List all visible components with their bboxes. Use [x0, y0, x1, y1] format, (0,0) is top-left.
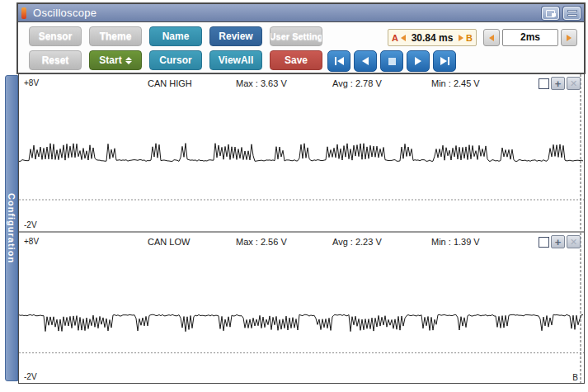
configuration-tab[interactable]: Configuration [5, 75, 18, 381]
ch1-max-value: Max : 3.63 V [236, 78, 287, 88]
window-title: Oscilloscope [33, 7, 96, 19]
ch2-name-label: CAN LOW [148, 237, 190, 247]
stop-button[interactable] [380, 50, 403, 72]
can-low-waveform [19, 233, 584, 383]
viewall-button[interactable]: ViewAll [209, 50, 262, 70]
ch2-top-voltage-label: +8V [24, 237, 39, 246]
ch1-add-button[interactable]: + [551, 77, 565, 90]
start-button[interactable]: Start [89, 50, 142, 70]
close-icon: ✕ [570, 79, 577, 88]
ch1-bottom-voltage-label: -2V [24, 220, 37, 229]
cursor-delta-time-value: 30.84 ms [408, 32, 456, 44]
channel-panel-can-high: +8V CAN HIGH Max : 3.63 V Avg : 2.78 V M… [19, 74, 584, 231]
ch2-max-value: Max : 2.56 V [236, 237, 287, 247]
cursor-b-marker: B [466, 33, 473, 43]
cursor-b-position-label: B [572, 373, 578, 382]
left-arrow-icon [489, 35, 494, 41]
cursor-a-arrow-icon [401, 35, 406, 41]
stop-icon [388, 58, 396, 65]
save-button[interactable]: Save [270, 50, 322, 70]
playback-controls [327, 50, 456, 72]
cursor-a-marker: A [392, 33, 398, 43]
cursor-button[interactable]: Cursor [149, 50, 202, 70]
ch2-select-checkbox[interactable] [539, 237, 549, 248]
cursor-b-arrow-icon [459, 35, 463, 41]
ch1-avg-value: Avg : 2.78 V [332, 78, 382, 88]
ch1-close-button[interactable]: ✕ [567, 77, 581, 90]
step-back-button[interactable] [354, 50, 377, 72]
ch2-avg-value: Avg : 2.23 V [332, 237, 382, 247]
channel-panels: +8V CAN HIGH Max : 3.63 V Avg : 2.78 V M… [18, 73, 585, 384]
ch2-min-value: Min : 1.39 V [431, 237, 480, 247]
ch1-top-voltage-label: +8V [24, 78, 39, 87]
stack-layout-icon [567, 10, 577, 12]
channel-panel-can-low: +8V CAN LOW Max : 2.56 V Avg : 2.23 V Mi… [19, 233, 584, 383]
close-icon: ✕ [570, 238, 577, 247]
skip-start-icon [335, 57, 336, 65]
oscilloscope-window: Oscilloscope Sensor Theme Name Review Us… [0, 0, 588, 392]
start-spinner-icon [125, 57, 132, 64]
window-stack-layout-button[interactable] [563, 7, 581, 20]
window-panel-layout-button[interactable] [542, 7, 559, 20]
reset-button[interactable]: Reset [29, 50, 82, 70]
ch1-select-checkbox[interactable] [539, 78, 549, 89]
main-area: Configuration +8V CAN HIGH Max : 3.63 V … [5, 73, 585, 385]
right-arrow-icon [567, 35, 572, 41]
theme-button[interactable]: Theme [89, 26, 142, 46]
skip-to-end-button[interactable] [433, 50, 456, 72]
timebase-value: 2ms [502, 29, 558, 46]
cursor-time-readout: A 30.84 ms B [388, 29, 477, 46]
review-button[interactable]: Review [209, 26, 262, 46]
plus-icon: + [555, 237, 562, 248]
app-icon [21, 7, 26, 19]
title-bar: Oscilloscope [16, 2, 586, 22]
play-icon [415, 57, 421, 65]
sensor-button[interactable]: Sensor [29, 26, 82, 46]
step-back-icon [362, 57, 369, 65]
user-setting-button[interactable]: User Setting [270, 26, 322, 46]
ch2-bottom-voltage-label: -2V [24, 372, 37, 381]
ch2-close-button[interactable]: ✕ [567, 235, 581, 248]
name-button[interactable]: Name [149, 26, 202, 46]
timebase-decrease-button[interactable] [483, 29, 500, 46]
skip-end-icon [440, 57, 447, 65]
configuration-tab-label: Configuration [7, 193, 16, 263]
timebase-control: 2ms [483, 29, 577, 46]
play-button[interactable] [407, 50, 430, 72]
ch1-min-value: Min : 2.45 V [431, 78, 480, 88]
ch2-add-button[interactable]: + [551, 235, 565, 248]
toolbar: Sensor Theme Name Review User Setting Re… [16, 22, 586, 74]
plus-icon: + [555, 78, 562, 89]
ch1-name-label: CAN HIGH [148, 78, 192, 88]
skip-to-start-button[interactable] [327, 50, 350, 72]
can-high-waveform [19, 74, 584, 231]
timebase-increase-button[interactable] [561, 29, 577, 46]
